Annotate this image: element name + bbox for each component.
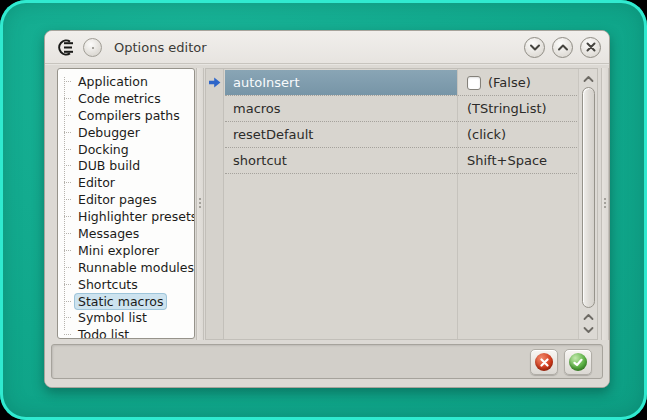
tree-branch-icon — [64, 199, 71, 200]
sidebar-item-code-metrics[interactable]: Code metrics — [62, 90, 192, 107]
sidebar-item-mini-explorer[interactable]: Mini explorer — [62, 242, 192, 259]
property-value-cell: (TStringList) — [457, 101, 577, 116]
minimize-button[interactable] — [524, 37, 545, 58]
tree-branch-icon — [64, 301, 71, 302]
green-circle-check-icon — [569, 353, 587, 371]
property-grid: autoInsert (False) macros (TStringList) … — [205, 68, 598, 340]
tree-branch-icon — [64, 216, 71, 217]
close-button[interactable] — [580, 37, 601, 58]
sidebar-item-dub-build[interactable]: DUB build — [62, 157, 192, 174]
tree-branch-icon — [64, 334, 71, 335]
grid-vertical-scrollbar — [578, 69, 597, 339]
tree-branch-icon — [64, 115, 71, 116]
chevron-up-icon — [583, 313, 594, 321]
client-area: Application Code metrics Compilers paths… — [45, 65, 609, 387]
tree-branch-icon — [64, 284, 71, 285]
tree-branch-icon — [64, 81, 71, 82]
tree-branch-icon — [64, 149, 71, 150]
sidebar-item-editor-pages[interactable]: Editor pages — [62, 191, 192, 208]
property-row-autoinsert[interactable]: autoInsert (False) — [225, 70, 577, 96]
property-row-macros[interactable]: macros (TStringList) — [225, 96, 577, 122]
sidebar-item-docking[interactable]: Docking — [62, 141, 192, 158]
tree-branch-icon — [64, 182, 71, 183]
property-row-resetdefault[interactable]: resetDefault (click) — [225, 122, 577, 148]
scroll-up-button[interactable] — [581, 72, 596, 85]
close-x-icon — [586, 42, 596, 52]
name-value-divider — [457, 69, 458, 339]
chevron-up-icon — [583, 75, 594, 83]
sidebar-item-highlighter-presets[interactable]: Highlighter presets — [62, 208, 192, 225]
chevron-up-icon — [557, 43, 569, 52]
sidebar-item-debugger[interactable]: Debugger — [62, 124, 192, 141]
window-menu-button[interactable] — [83, 38, 102, 57]
tree-branch-icon — [64, 250, 71, 251]
accept-button[interactable] — [564, 349, 592, 375]
chevron-down-icon — [583, 326, 594, 334]
sidebar-item-todo-list[interactable]: Todo list — [62, 326, 192, 339]
window-title: Options editor — [114, 40, 207, 55]
property-value-cell: (click) — [457, 127, 577, 142]
titlebar[interactable]: Options editor — [45, 31, 609, 64]
sidebar-item-application[interactable]: Application — [62, 73, 192, 90]
property-rows: autoInsert (False) macros (TStringList) … — [225, 70, 577, 174]
tree-branch-icon — [64, 267, 71, 268]
desktop-background: Options editor Application Code metrics … — [0, 0, 647, 420]
splitter-grip-icon — [199, 196, 202, 210]
cancel-button[interactable] — [530, 349, 558, 375]
sidebar-item-shortcuts[interactable]: Shortcuts — [62, 276, 192, 293]
right-panel-splitter[interactable] — [601, 68, 609, 340]
splitter-grip-icon — [604, 196, 607, 210]
scroll-up-button-bottom[interactable] — [581, 310, 596, 323]
sidebar-item-messages[interactable]: Messages — [62, 225, 192, 242]
coedit-logo-icon — [57, 39, 75, 56]
tree-branch-icon — [64, 98, 71, 99]
category-tree: Application Code metrics Compilers paths… — [57, 68, 195, 339]
tree-branch-icon — [64, 132, 71, 133]
property-value-cell: (False) — [457, 75, 577, 90]
property-value-text: (False) — [488, 75, 531, 90]
property-name-cell: macros — [225, 96, 457, 121]
selected-row-arrow-icon — [209, 77, 221, 88]
scrollbar-thumb[interactable] — [582, 87, 595, 308]
sidebar-item-runnable-modules[interactable]: Runnable modules — [62, 259, 192, 276]
red-circle-x-icon — [535, 353, 553, 371]
window-controls — [524, 37, 601, 58]
tree-branch-icon — [64, 165, 71, 166]
sidebar-item-compilers-paths[interactable]: Compilers paths — [62, 107, 192, 124]
property-name-cell: resetDefault — [225, 122, 457, 147]
property-value-cell: Shift+Space — [457, 153, 577, 168]
tree-root-line — [64, 77, 65, 330]
sidebar-item-symbol-list[interactable]: Symbol list — [62, 309, 192, 326]
scroll-down-button[interactable] — [581, 323, 596, 336]
property-name-cell: shortcut — [225, 148, 457, 173]
property-grid-gutter — [206, 69, 224, 339]
tree-branch-icon — [64, 317, 71, 318]
footer-panel — [51, 344, 603, 379]
maximize-button[interactable] — [552, 37, 573, 58]
property-name-cell: autoInsert — [225, 70, 457, 95]
sidebar-item-static-macros[interactable]: Static macros — [62, 293, 192, 310]
sidebar-item-editor[interactable]: Editor — [62, 174, 192, 191]
tree-branch-icon — [64, 233, 71, 234]
chevron-down-icon — [529, 43, 541, 52]
property-row-shortcut[interactable]: shortcut Shift+Space — [225, 148, 577, 174]
options-editor-window: Options editor Application Code metrics … — [44, 30, 610, 388]
sidebar-splitter[interactable] — [196, 68, 204, 340]
checkbox-unchecked[interactable] — [467, 76, 481, 90]
menu-dot-icon — [92, 47, 94, 49]
